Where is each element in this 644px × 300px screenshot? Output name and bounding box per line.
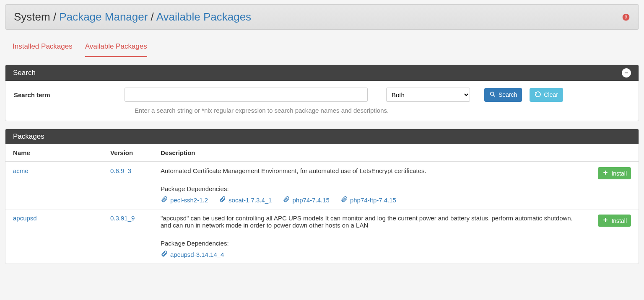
svg-line-4: [493, 95, 495, 96]
dependency-link[interactable]: apcupsd-3.14.14_4: [161, 250, 224, 259]
search-scope-select[interactable]: Both: [386, 88, 470, 102]
search-icon: [489, 91, 496, 99]
dependencies-label: Package Dependencies:: [161, 185, 581, 192]
column-name: Name: [5, 144, 106, 162]
breadcrumb: System / Package Manager / Available Pac…: [14, 10, 251, 23]
paperclip-icon: [161, 196, 168, 204]
breadcrumb-root: System: [14, 10, 50, 23]
plus-icon: [602, 217, 609, 225]
paperclip-icon: [161, 250, 168, 259]
dependency-link[interactable]: pecl-ssh2-1.2: [161, 196, 208, 204]
plus-icon: [602, 169, 609, 177]
packages-panel: Packages Name Version Description acme 0…: [5, 129, 639, 264]
search-panel: Search Search term Both Search Clear: [5, 65, 639, 121]
package-name-link[interactable]: acme: [13, 167, 29, 174]
search-help-text: Enter a search string or *nix regular ex…: [14, 102, 630, 116]
svg-text:?: ?: [624, 14, 627, 20]
dependency-link[interactable]: php74-ftp-7.4.15: [340, 196, 396, 204]
tab-available-packages[interactable]: Available Packages: [85, 42, 147, 57]
svg-point-3: [491, 92, 494, 95]
dependencies-label: Package Dependencies:: [161, 240, 581, 247]
dependency-link[interactable]: php74-7.4.15: [283, 196, 329, 204]
help-icon[interactable]: ?: [622, 13, 630, 21]
package-version: 0.6.9_3: [110, 167, 131, 174]
page-header: System / Package Manager / Available Pac…: [5, 4, 639, 30]
search-panel-heading: Search: [5, 65, 639, 81]
package-version: 0.3.91_9: [110, 215, 135, 222]
tabs: Installed Packages Available Packages: [0, 30, 644, 57]
search-panel-title: Search: [13, 69, 36, 77]
column-description: Description: [156, 144, 585, 162]
tab-installed-packages[interactable]: Installed Packages: [13, 42, 73, 57]
breadcrumb-package-manager[interactable]: Package Manager: [59, 10, 148, 23]
package-description: Automated Certificate Management Environ…: [161, 167, 581, 174]
package-name-link[interactable]: apcupsd: [13, 215, 37, 222]
clear-button[interactable]: Clear: [530, 88, 563, 102]
paperclip-icon: [283, 196, 290, 204]
install-button[interactable]: Install: [598, 215, 631, 227]
column-version: Version: [106, 144, 156, 162]
packages-table: Name Version Description acme 0.6.9_3 Au…: [5, 144, 639, 264]
collapse-icon[interactable]: [622, 68, 631, 78]
install-button[interactable]: Install: [598, 167, 631, 179]
undo-icon: [535, 91, 541, 99]
breadcrumb-available-packages[interactable]: Available Packages: [156, 10, 251, 23]
paperclip-icon: [340, 196, 348, 204]
table-row: apcupsd 0.3.91_9 "apcupsd" can be used f…: [5, 209, 639, 264]
dependency-link[interactable]: socat-1.7.3.4_1: [219, 196, 272, 204]
paperclip-icon: [219, 196, 226, 204]
packages-panel-title: Packages: [13, 132, 44, 141]
search-term-label: Search term: [14, 91, 119, 98]
search-input[interactable]: [125, 88, 368, 102]
table-row: acme 0.6.9_3 Automated Certificate Manag…: [5, 162, 639, 209]
packages-panel-heading: Packages: [5, 129, 639, 144]
package-description: "apcupsd" can be used for controlling al…: [161, 215, 581, 229]
search-button[interactable]: Search: [484, 88, 522, 102]
